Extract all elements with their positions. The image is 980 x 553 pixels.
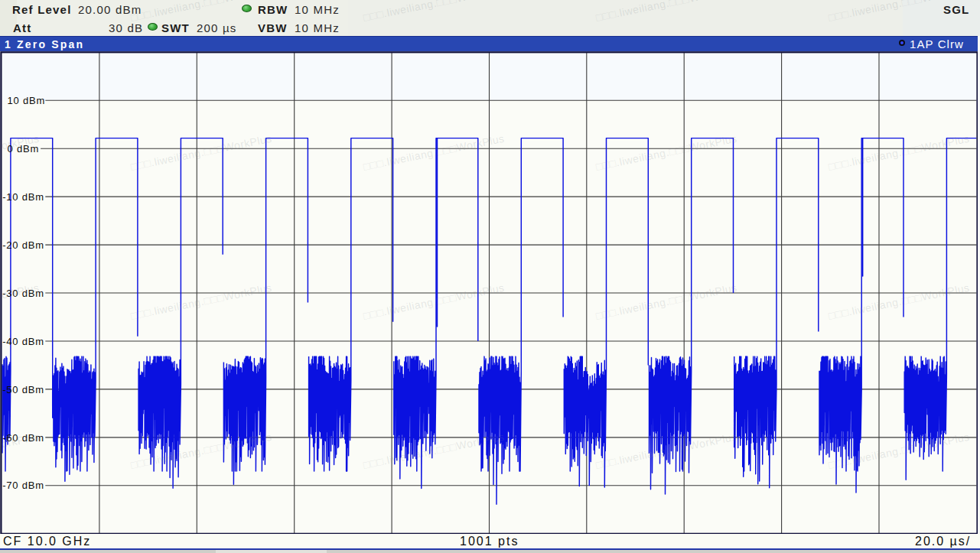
svg-text:-30 dBm: -30 dBm	[2, 288, 44, 299]
svg-text:-20 dBm: -20 dBm	[2, 239, 44, 251]
svg-text:-50 dBm: -50 dBm	[2, 384, 44, 395]
svg-text:-70 dBm: -70 dBm	[2, 480, 44, 491]
svg-text:-60 dBm: -60 dBm	[2, 432, 44, 444]
svg-text:0 dBm: 0 dBm	[8, 143, 40, 155]
svg-text:-10 dBm: -10 dBm	[2, 191, 44, 203]
svg-text:10 dBm: 10 dBm	[8, 95, 46, 106]
svg-text:-40 dBm: -40 dBm	[2, 336, 44, 347]
